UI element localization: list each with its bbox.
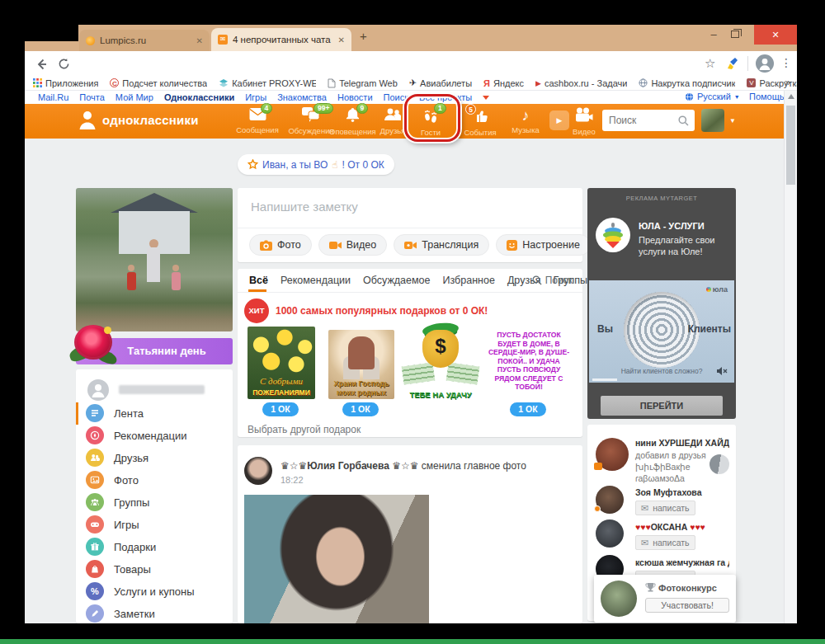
scrollbar-thumb[interactable] <box>786 106 795 185</box>
nav-music[interactable]: ♪ Музыка <box>502 107 549 134</box>
friend-name[interactable]: Зоя Муфтахова <box>635 487 729 497</box>
language-selector[interactable]: Русский▼ <box>685 92 740 101</box>
broom-extension-icon[interactable] <box>728 57 741 70</box>
header-search-box[interactable] <box>602 110 695 131</box>
tab-discussed[interactable]: Обсуждаемое <box>363 275 430 286</box>
nav-video[interactable]: Видео <box>561 107 607 136</box>
mailru-link[interactable]: Поиск <box>384 92 408 102</box>
bookmark-star-icon[interactable]: ☆ <box>705 56 715 71</box>
video-button[interactable]: Видео <box>318 234 388 256</box>
gift-money-bag[interactable]: $ ТЕБЕ НА УДАЧУ <box>401 322 480 401</box>
ok-wordmark[interactable]: одноклассники <box>102 113 199 127</box>
help-link[interactable]: Помощь <box>749 92 785 101</box>
ad-video[interactable]: Вы Клиенты юла Найти клиентов сложно? <box>589 280 734 383</box>
gift-price-button[interactable]: 1 ОК <box>342 402 379 416</box>
ad-cta-button[interactable]: ПЕРЕЙТИ <box>601 396 723 416</box>
gift-icon-religious[interactable]: Храни Господь моих родных <box>328 330 394 399</box>
bookmark-counter[interactable]: CПодсчет количества <box>110 78 207 88</box>
write-message-button[interactable]: ✉написать <box>635 535 695 550</box>
bookmark-cashbox[interactable]: ▶cashbox.ru - Задачи <box>535 78 627 88</box>
sidebar-item-gifts[interactable]: Подарки <box>76 536 233 558</box>
chevron-down-icon[interactable]: ▼ <box>729 117 736 125</box>
bookmarks-overflow-icon[interactable]: » <box>785 77 790 88</box>
reload-icon[interactable] <box>58 58 70 70</box>
bookmark-followers[interactable]: Накрутка подписчик <box>639 78 735 88</box>
ad-video-label-you: Вы <box>597 323 613 335</box>
note-composer[interactable]: Напишите заметку Фото Видео Трансляция Н… <box>238 188 582 262</box>
contest-avatar[interactable] <box>601 581 637 617</box>
sidebar-item-recommendations[interactable]: Рекомендации <box>76 425 233 447</box>
mailru-link-active[interactable]: Одноклассники <box>164 92 234 102</box>
ok-logo-icon[interactable] <box>76 109 99 132</box>
mailru-link[interactable]: Новости <box>337 92 373 102</box>
ad-title[interactable]: ЮЛА - УСЛУГИ <box>639 221 705 231</box>
bookmark-yandex[interactable]: ЯЯндекс <box>483 78 524 88</box>
photo-button[interactable]: Фото <box>249 234 312 256</box>
bookmark-avia[interactable]: ✈Авиабилеты <box>409 78 472 88</box>
gift-roses[interactable]: С добрыми ПОЖЕЛАНИЯМИ <box>248 327 315 399</box>
profile-photo[interactable] <box>76 188 233 331</box>
mailru-link[interactable]: Mail.Ru <box>38 92 68 102</box>
profile-avatar-icon[interactable] <box>756 54 774 73</box>
gift-price-button[interactable]: 1 ОК <box>510 402 546 416</box>
sidebar-item-photos[interactable]: Фото <box>76 469 233 491</box>
greeting-banner[interactable]: Иван, а ты ВО ☝ ! От 0 ОК <box>238 154 394 175</box>
tab-lumpics[interactable]: Lumpics.ru ✕ <box>79 30 210 51</box>
scroll-up-icon[interactable] <box>788 94 794 99</box>
bookmark-apps[interactable]: Приложения <box>33 78 98 88</box>
yula-logo-icon[interactable] <box>596 218 630 252</box>
tab-ok-chats[interactable]: ✉ 4 непрочитанных чата ✕ <box>211 28 351 51</box>
window-minimize-button[interactable]: – <box>701 25 726 45</box>
mood-button[interactable]: Настроение <box>496 234 591 256</box>
sidebar-item-services[interactable]: % Услуги и купоны <box>76 581 233 603</box>
choose-other-gift-link[interactable]: Выбрать другой подарок <box>248 424 361 435</box>
mute-icon[interactable] <box>716 366 728 376</box>
friend-name[interactable]: ♥♥♥ОКСАНА ♥♥♥ <box>635 522 729 532</box>
new-tab-button[interactable]: + <box>360 29 367 43</box>
sidebar-item-goods[interactable]: Товары <box>76 558 233 581</box>
write-message-button[interactable]: ✉написать <box>635 501 695 515</box>
sidebar-item-notes[interactable]: Заметки <box>76 603 233 623</box>
mailru-link[interactable]: Мой Мир <box>116 92 153 102</box>
bookmark-telegram[interactable]: Telegram Web <box>328 78 398 88</box>
friend-name[interactable]: нини ХУРШЕДИ ХАЙДАР... <box>635 438 729 448</box>
tab-all[interactable]: Всё <box>249 275 268 286</box>
added-friend-avatar[interactable] <box>710 454 729 474</box>
post-author-avatar[interactable] <box>244 457 272 485</box>
sidebar-item-friends[interactable]: Друзья <box>76 447 233 469</box>
nav-discussions[interactable]: 99+ Обсуждения <box>288 107 334 135</box>
nav-events[interactable]: 5 События <box>457 107 503 137</box>
added-friend-name[interactable]: ɾаβωамзоΔа <box>635 473 685 483</box>
post-timestamp[interactable]: 18:22 <box>280 475 304 485</box>
tab-recommendations[interactable]: Рекомендации <box>280 275 351 286</box>
bookmark-proxy[interactable]: Кабинет PROXY-WEB <box>219 78 316 88</box>
browser-menu-icon[interactable]: ⋮ <box>780 56 792 69</box>
participate-button[interactable]: Участвовать! <box>645 598 729 613</box>
profile-avatar-placeholder[interactable] <box>87 379 109 401</box>
post-photo[interactable] <box>244 495 429 623</box>
tab-close-icon[interactable]: ✕ <box>196 36 203 45</box>
gift-price-button[interactable]: 1 ОК <box>262 402 299 416</box>
mailru-link[interactable]: Почта <box>79 92 105 102</box>
tab-favorites[interactable]: Избранное <box>443 275 495 286</box>
user-avatar[interactable] <box>701 109 724 132</box>
broadcast-button[interactable]: Трансляция <box>394 234 489 256</box>
sidebar-item-feed[interactable]: Лента <box>76 402 233 425</box>
post-author-name[interactable]: ♛☆♛Юлия Горбачева ♛☆♛ <box>280 460 418 472</box>
nav-notifications[interactable]: 9 Оповещения <box>329 107 375 136</box>
feed-search[interactable]: Поиск <box>532 275 573 286</box>
page-scrollbar[interactable] <box>784 91 797 623</box>
window-close-button[interactable]: ✕ <box>754 25 797 45</box>
nav-messages[interactable]: 4 Сообщения <box>234 107 280 134</box>
sidebar-item-groups[interactable]: Группы <box>76 491 233 514</box>
mailru-link[interactable]: Игры <box>245 92 266 102</box>
search-input[interactable] <box>607 114 678 127</box>
added-friend-name[interactable]: խիւֆիВакիе <box>635 462 691 472</box>
gift-wish-text[interactable]: ПУСТЬ ДОСТАТОК БУДЕТ В ДОМЕ, В СЕРДЦЕ-МИ… <box>485 323 573 399</box>
friend-avatar[interactable] <box>596 519 624 548</box>
friend-name[interactable]: ксюша жемчужная га да ... <box>635 557 729 567</box>
back-icon[interactable] <box>35 58 48 71</box>
sidebar-item-games[interactable]: Игры <box>76 514 233 536</box>
mailru-link[interactable]: Знакомства <box>277 92 327 102</box>
tab-close-icon[interactable]: ✕ <box>338 35 345 45</box>
